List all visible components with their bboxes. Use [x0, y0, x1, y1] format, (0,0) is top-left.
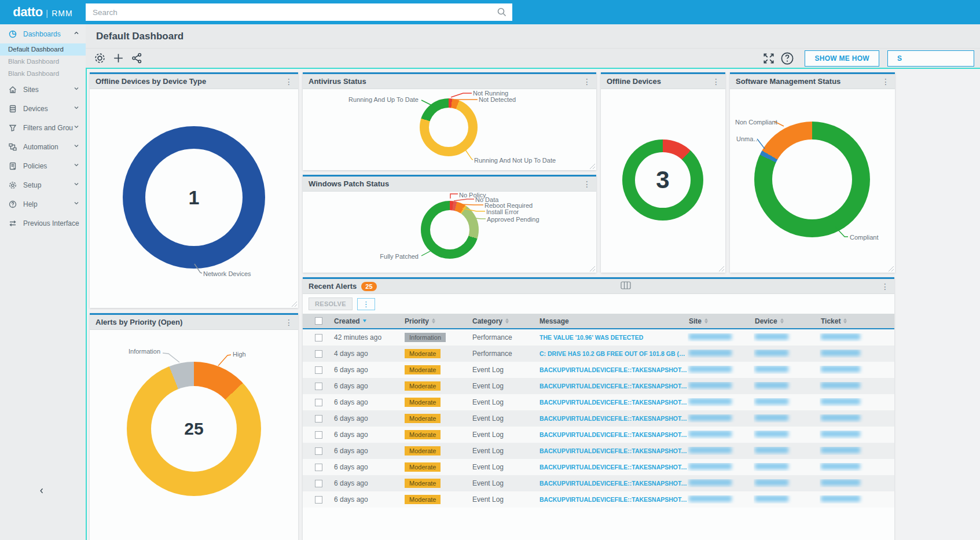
- widget-menu-button[interactable]: ⋮: [284, 318, 293, 326]
- alert-device-redacted[interactable]: [755, 431, 788, 437]
- alert-message-link[interactable]: BACKUPVIRTUALDEVICEFILE::TAKESNAPSHOT: F…: [538, 480, 688, 487]
- resolve-button[interactable]: RESOLVE: [309, 297, 353, 310]
- alert-device-redacted[interactable]: [755, 366, 788, 372]
- sidebar-item-blank-dashboard-1[interactable]: Blank Dashboard: [0, 56, 86, 68]
- alert-message-link[interactable]: BACKUPVIRTUALDEVICEFILE::TAKESNAPSHOT: F…: [538, 399, 688, 406]
- sidebar-item-filters-and-groups[interactable]: Filters and Groups: [0, 118, 86, 137]
- column-header-priority[interactable]: Priority: [403, 317, 471, 325]
- alert-ticket-redacted[interactable]: [821, 431, 860, 437]
- table-row[interactable]: 4 days ago Moderate Performance C: DRIVE…: [303, 346, 894, 362]
- row-checkbox[interactable]: [315, 480, 322, 487]
- alert-site-redacted[interactable]: [689, 447, 732, 453]
- alert-site-redacted[interactable]: [689, 398, 732, 405]
- table-row[interactable]: 6 days ago Moderate Event Log BACKUPVIRT…: [303, 475, 894, 491]
- alert-ticket-redacted[interactable]: [821, 366, 860, 372]
- alert-device-redacted[interactable]: [755, 333, 788, 340]
- table-row[interactable]: 6 days ago Moderate Event Log BACKUPVIRT…: [303, 491, 894, 508]
- alert-message-link[interactable]: BACKUPVIRTUALDEVICEFILE::TAKESNAPSHOT: F…: [538, 496, 688, 503]
- alert-site-redacted[interactable]: [689, 495, 732, 502]
- alerts-more-actions-button[interactable]: ⋮: [357, 298, 375, 310]
- table-row[interactable]: 6 days ago Moderate Event Log BACKUPVIRT…: [303, 378, 894, 394]
- widget-resize-handle[interactable]: [718, 266, 725, 272]
- search-icon[interactable]: [496, 6, 508, 20]
- sidebar-item-default-dashboard[interactable]: Default Dashboard: [0, 43, 86, 56]
- sidebar-item-policies[interactable]: Policies: [0, 156, 86, 175]
- table-row[interactable]: 6 days ago Moderate Event Log BACKUPVIRT…: [303, 394, 894, 410]
- share-dashboard-button[interactable]: [127, 50, 146, 67]
- row-checkbox[interactable]: [315, 366, 322, 374]
- alert-ticket-redacted[interactable]: [821, 447, 860, 453]
- row-checkbox[interactable]: [315, 431, 322, 439]
- alert-ticket-redacted[interactable]: [821, 398, 860, 405]
- alert-message-link[interactable]: BACKUPVIRTUALDEVICEFILE::TAKESNAPSHOT: F…: [538, 431, 688, 438]
- column-header-message[interactable]: Message: [538, 317, 688, 325]
- sidebar-item-sites[interactable]: Sites: [0, 80, 86, 99]
- row-checkbox[interactable]: [315, 334, 322, 341]
- column-header-site[interactable]: Site: [688, 317, 754, 325]
- row-checkbox[interactable]: [315, 350, 322, 358]
- row-checkbox[interactable]: [315, 496, 322, 504]
- alert-ticket-redacted[interactable]: [821, 414, 860, 421]
- alert-device-redacted[interactable]: [755, 479, 788, 486]
- column-header-category[interactable]: Category: [471, 317, 538, 325]
- alert-ticket-redacted[interactable]: [821, 479, 860, 486]
- alert-message-link[interactable]: BACKUPVIRTUALDEVICEFILE::TAKESNAPSHOT: F…: [538, 447, 688, 454]
- column-settings-icon[interactable]: [621, 281, 631, 292]
- donut-chart-alerts-by-priority[interactable]: 25: [127, 362, 261, 496]
- widget-resize-handle[interactable]: [291, 301, 298, 307]
- row-checkbox[interactable]: [315, 415, 322, 423]
- alert-ticket-redacted[interactable]: [821, 333, 860, 340]
- sidebar-item-help[interactable]: Help: [0, 194, 86, 214]
- widget-menu-button[interactable]: ⋮: [711, 78, 721, 86]
- donut-chart-software-management[interactable]: [754, 122, 870, 237]
- alert-ticket-redacted[interactable]: [821, 382, 860, 388]
- fullscreen-button[interactable]: [759, 50, 778, 67]
- alert-site-redacted[interactable]: [689, 382, 732, 388]
- add-widget-button[interactable]: [109, 50, 127, 67]
- alert-message-link[interactable]: BACKUPVIRTUALDEVICEFILE::TAKESNAPSHOT: F…: [538, 383, 688, 390]
- alert-device-redacted[interactable]: [755, 350, 788, 356]
- alert-message-link[interactable]: BACKUPVIRTUALDEVICEFILE::TAKESNAPSHOT: F…: [538, 366, 688, 373]
- search-input[interactable]: [86, 3, 512, 21]
- row-checkbox[interactable]: [315, 399, 322, 406]
- widget-menu-button[interactable]: ⋮: [880, 282, 890, 291]
- datto-rmm-logo[interactable]: datto | RMM: [0, 5, 86, 20]
- sidebar-item-setup[interactable]: Setup: [0, 175, 86, 194]
- alert-site-redacted[interactable]: [689, 350, 732, 356]
- widget-resize-handle[interactable]: [589, 163, 596, 170]
- alert-device-redacted[interactable]: [755, 447, 788, 453]
- alert-message-link[interactable]: C: DRIVE HAS 10.2 GB FREE OUT OF 101.8 G…: [538, 350, 688, 357]
- show-me-how-button[interactable]: SHOW ME HOW: [805, 50, 879, 67]
- row-checkbox[interactable]: [315, 464, 322, 471]
- row-checkbox[interactable]: [315, 383, 322, 390]
- alert-ticket-redacted[interactable]: [821, 350, 860, 356]
- help-button[interactable]: [778, 50, 797, 67]
- row-checkbox[interactable]: [315, 447, 322, 455]
- alert-ticket-redacted[interactable]: [821, 463, 860, 469]
- widget-menu-button[interactable]: ⋮: [284, 78, 293, 86]
- donut-chart-offline-devices[interactable]: 3: [622, 139, 703, 221]
- widget-resize-handle[interactable]: [589, 266, 596, 272]
- alert-site-redacted[interactable]: [689, 463, 732, 469]
- alert-site-redacted[interactable]: [689, 366, 732, 372]
- sidebar-item-devices[interactable]: Devices: [0, 99, 86, 118]
- table-row[interactable]: 42 minutes ago Information Performance T…: [303, 329, 894, 346]
- donut-chart-offline-by-type[interactable]: 1: [123, 126, 265, 269]
- alert-site-redacted[interactable]: [689, 333, 732, 340]
- save-button-truncated[interactable]: S: [887, 50, 974, 67]
- column-header-ticket[interactable]: Ticket: [820, 317, 894, 325]
- alert-device-redacted[interactable]: [755, 495, 788, 502]
- table-row[interactable]: 6 days ago Moderate Event Log BACKUPVIRT…: [303, 427, 894, 443]
- alert-ticket-redacted[interactable]: [821, 495, 860, 502]
- sidebar-item-automation[interactable]: Automation: [0, 137, 86, 156]
- sidebar-item-previous-interface[interactable]: Previous Interface: [0, 214, 86, 233]
- donut-chart-antivirus[interactable]: [420, 98, 478, 156]
- column-header-device[interactable]: Device: [754, 317, 820, 325]
- alert-device-redacted[interactable]: [755, 414, 788, 421]
- widget-menu-button[interactable]: ⋮: [881, 78, 890, 86]
- table-row[interactable]: 6 days ago Moderate Event Log BACKUPVIRT…: [303, 443, 894, 459]
- widget-menu-button[interactable]: ⋮: [582, 180, 592, 188]
- widget-menu-button[interactable]: ⋮: [582, 78, 592, 86]
- sidebar-item-blank-dashboard-2[interactable]: Blank Dashboard: [0, 68, 86, 80]
- table-row[interactable]: 6 days ago Moderate Event Log BACKUPVIRT…: [303, 410, 894, 427]
